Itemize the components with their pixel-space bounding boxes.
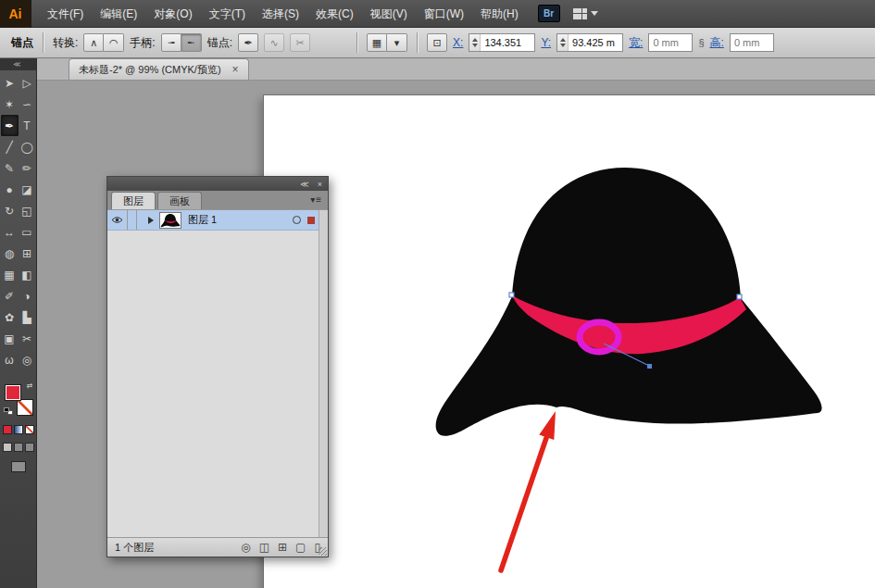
tool-type[interactable]: T [19, 115, 36, 136]
menu-item[interactable]: 选择(S) [254, 0, 307, 28]
tool-ellipse[interactable]: ◯ [19, 136, 36, 157]
new-layer-icon[interactable]: ▢ [295, 541, 306, 554]
tool-slice[interactable]: ✂ [19, 328, 36, 349]
height-value[interactable]: 0 mm [731, 37, 773, 48]
visibility-cell[interactable] [107, 210, 128, 230]
swap-fill-stroke-icon[interactable]: ⇄ [27, 382, 33, 390]
tool-artboard[interactable]: ▣ [1, 328, 19, 349]
tool-blob-brush[interactable]: ● [1, 179, 19, 200]
height-field[interactable]: 0 mm [730, 33, 774, 52]
make-clipping-mask-icon[interactable]: ◫ [259, 541, 269, 554]
thumbnail-hat-icon [160, 213, 181, 228]
menu-item[interactable]: 文字(T) [201, 0, 254, 28]
tool-mesh[interactable]: ▦ [1, 264, 19, 285]
tool-symbol-sprayer[interactable]: ✿ [1, 307, 19, 328]
layer-name[interactable]: 图层 1 [188, 213, 293, 227]
layer-thumbnail[interactable] [159, 212, 181, 229]
x-field[interactable]: 134.351 [469, 33, 535, 52]
tool-line-segment[interactable]: ╱ [1, 136, 19, 157]
artboard[interactable] [264, 95, 875, 588]
align-widget-button[interactable]: ⊡ [427, 33, 447, 52]
y-field[interactable]: 93.425 m [556, 33, 623, 52]
tool-zoom[interactable]: ◎ [19, 349, 36, 370]
width-label[interactable]: 宽: [629, 35, 643, 51]
layer-row[interactable]: 图层 1 [107, 210, 328, 231]
tool-blend[interactable]: ◑ [19, 285, 36, 307]
locate-object-icon[interactable]: ◎ [241, 541, 250, 554]
menu-item[interactable]: 帮助(H) [472, 0, 527, 28]
tool-paintbrush[interactable]: ✎ [1, 157, 19, 179]
tool-scale[interactable]: ◱ [19, 200, 36, 221]
tool-column-graph[interactable]: ▙ [19, 307, 36, 328]
tool-selection[interactable]: ➤ [1, 72, 19, 94]
draw-normal-button[interactable] [3, 443, 12, 452]
tool-perspective-grid[interactable]: ⊞ [19, 243, 36, 264]
tool-gradient[interactable]: ◧ [19, 264, 36, 285]
height-label[interactable]: 高: [710, 35, 724, 51]
eye-icon [111, 216, 123, 224]
workspace-switcher[interactable] [573, 8, 598, 19]
tool-rotate[interactable]: ↻ [1, 200, 19, 221]
menu-item[interactable]: 文件(F) [39, 0, 92, 28]
close-icon[interactable]: × [232, 64, 239, 75]
toolbar-collapse-button[interactable]: ≪ [0, 58, 36, 70]
panel-scrollbar[interactable] [319, 210, 328, 537]
expand-arrow-icon[interactable] [148, 217, 154, 224]
tool-pencil[interactable]: ✏ [19, 157, 36, 179]
tool-lasso[interactable]: ∽ [19, 94, 36, 115]
fill-swatch[interactable] [5, 384, 21, 401]
x-value[interactable]: 134.351 [481, 37, 534, 48]
tool-direct-selection[interactable]: ▷ [19, 72, 36, 94]
document-tab[interactable]: 未标题-2* @ 99% (CMYK/预览) × [69, 58, 249, 80]
menu-item[interactable]: 视图(V) [362, 0, 416, 28]
stroke-swatch[interactable] [17, 399, 33, 416]
x-spinner[interactable] [469, 34, 481, 51]
tab-artboards[interactable]: 画板 [157, 192, 202, 209]
y-spinner[interactable] [557, 34, 569, 51]
screen-mode-button[interactable] [11, 461, 26, 472]
menu-item[interactable]: 编辑(E) [92, 0, 145, 28]
transform-menu[interactable]: ▦ ▾ [367, 33, 407, 52]
panel-resize-grip[interactable] [319, 547, 327, 556]
tool-eyedropper[interactable]: ✐ [1, 285, 19, 307]
connect-anchors-button[interactable]: ∿ [264, 33, 284, 52]
tool-shape-builder[interactable]: ◍ [1, 243, 19, 264]
tool-eraser[interactable]: ◪ [19, 179, 36, 200]
target-circle-icon[interactable] [293, 216, 301, 224]
menu-item[interactable]: 对象(O) [145, 0, 200, 28]
tool-free-transform[interactable]: ▭ [19, 221, 36, 243]
panel-collapse-icon[interactable]: ≪ [300, 180, 308, 189]
tool-width[interactable]: ↔ [1, 221, 19, 243]
tool-pen[interactable]: ✒ [1, 115, 19, 136]
show-handles-button[interactable]: ╼ [161, 33, 181, 52]
draw-behind-button[interactable] [14, 443, 23, 452]
constrain-proportions-icon[interactable]: § [698, 37, 704, 48]
layer-count: 1 个图层 [115, 541, 232, 555]
convert-to-corner-button[interactable]: ∧ [83, 33, 104, 52]
tool-hand[interactable]: ω [1, 349, 19, 370]
hide-handles-button[interactable]: ╾ [181, 33, 202, 52]
panel-close-icon[interactable]: × [318, 180, 322, 189]
y-value[interactable]: 93.425 m [569, 37, 622, 48]
gradient-button[interactable] [14, 425, 23, 434]
none-button[interactable] [25, 425, 34, 434]
bridge-button[interactable]: Br [538, 5, 560, 22]
y-label[interactable]: Y: [541, 36, 551, 49]
draw-inside-button[interactable] [25, 443, 34, 452]
menu-item[interactable]: 窗口(W) [416, 0, 472, 28]
tab-layers[interactable]: 图层 [111, 192, 156, 209]
tool-magic-wand[interactable]: ✶ [1, 94, 19, 115]
menu-item[interactable]: 效果(C) [307, 0, 362, 28]
width-field[interactable]: 0 mm [648, 33, 693, 52]
panel-titlebar[interactable]: ≪ × [107, 177, 328, 191]
remove-anchor-button[interactable]: ✒ [238, 33, 258, 52]
x-label[interactable]: X: [453, 36, 463, 49]
panel-menu-icon[interactable]: ▾≡ [310, 194, 322, 205]
convert-to-smooth-button[interactable]: ◠ [104, 33, 124, 52]
default-fill-stroke-icon[interactable] [4, 407, 13, 415]
new-sublayer-icon[interactable]: ⊞ [278, 541, 287, 554]
width-value[interactable]: 0 mm [649, 37, 692, 48]
lock-cell[interactable] [128, 210, 137, 230]
cut-path-button[interactable]: ✂ [290, 33, 310, 52]
color-button[interactable] [3, 425, 12, 434]
